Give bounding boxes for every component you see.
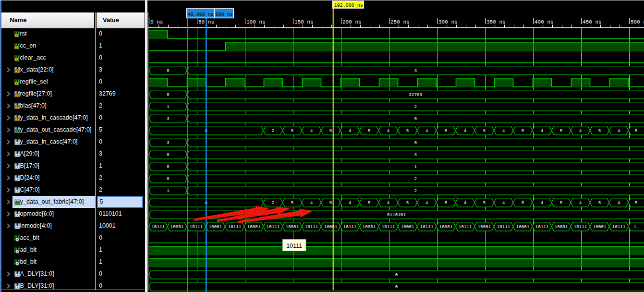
svg-text:10001: 10001 [555,224,568,230]
svg-text:5: 5 [522,200,524,206]
svg-text:5: 5 [483,200,486,206]
svg-text:100 ns: 100 ns [246,19,266,25]
svg-text:4: 4 [425,128,428,134]
svg-text:500 ns: 500 ns [631,19,644,25]
svg-text:3: 3 [414,152,417,158]
svg-text:0: 0 [395,272,398,278]
svg-text:5: 5 [560,200,563,206]
svg-text:4: 4 [387,200,390,206]
svg-text:2: 2 [272,128,275,134]
svg-text:10001: 10001 [324,224,338,230]
svg-text:192.000 ns: 192.000 ns [334,3,363,8]
svg-text:5: 5 [483,128,486,134]
svg-text:0: 0 [395,284,398,290]
svg-text:4: 4 [464,200,467,206]
svg-text:5: 5 [635,128,638,134]
svg-text:10111: 10111 [574,224,587,230]
svg-text:0110101: 0110101 [387,212,406,218]
svg-text:4: 4 [502,128,505,134]
svg-text:150 ns: 150 ns [294,19,314,25]
svg-text:0: 0 [167,176,170,182]
svg-text:10001: 10001 [209,224,222,230]
svg-text:5: 5 [522,128,524,134]
svg-text:4: 4 [387,128,390,134]
svg-text:10111: 10111 [343,224,357,230]
svg-text:10111: 10111 [190,224,203,230]
svg-text:250 ns: 250 ns [390,19,410,25]
svg-text:10111: 10111 [420,224,434,230]
svg-text:450 ns: 450 ns [583,19,602,25]
svg-text:5: 5 [406,200,409,206]
svg-text:4: 4 [541,128,544,134]
svg-text:10111: 10111 [267,224,280,230]
svg-text:4: 4 [310,200,313,206]
svg-text:1: 1 [167,104,170,110]
svg-text:10001: 10001 [363,224,376,230]
svg-text:10111: 10111 [286,243,302,249]
svg-text:4: 4 [618,128,620,134]
svg-text:4: 4 [618,200,620,206]
svg-text:10111: 10111 [151,224,165,230]
svg-text:1…: 1… [633,224,639,230]
svg-text:5: 5 [635,200,638,206]
svg-text:10001: 10001 [593,224,607,230]
svg-text:400 ns: 400 ns [535,19,554,25]
svg-text:0 ns: 0 ns [150,19,163,25]
svg-text:0: 0 [167,68,170,73]
svg-text:4: 4 [579,128,582,134]
svg-text:0: 0 [414,140,417,146]
svg-text:10001: 10001 [516,224,530,230]
svg-text:0: 0 [167,152,170,158]
svg-text:5: 5 [368,200,371,206]
svg-text:4: 4 [310,128,313,134]
svg-text:000 ns: 000 ns [216,12,233,17]
svg-text:5: 5 [368,128,371,134]
svg-text:2: 2 [414,188,417,194]
svg-text:40.000 ns: 40.000 ns [188,12,214,17]
svg-text:2: 2 [414,104,417,110]
svg-text:5: 5 [598,128,601,134]
svg-text:5: 5 [329,200,332,206]
svg-text:2: 2 [414,176,417,182]
svg-text:4: 4 [349,200,352,206]
svg-text:4: 4 [579,200,582,206]
svg-text:4: 4 [425,200,428,206]
svg-text:10001: 10001 [478,224,491,230]
svg-text:350 ns: 350 ns [486,19,506,25]
svg-text:0: 0 [167,164,170,170]
svg-text:10001: 10001 [247,224,261,230]
svg-text:5: 5 [329,128,332,134]
svg-text:3: 3 [167,116,170,122]
svg-text:3: 3 [414,68,417,73]
svg-text:5: 5 [598,200,601,206]
svg-text:10001: 10001 [170,224,184,230]
svg-text:5: 5 [445,200,448,206]
svg-text:10111: 10111 [459,224,472,230]
svg-text:10111: 10111 [228,224,242,230]
svg-text:10001: 10001 [439,224,453,230]
svg-text:5: 5 [406,128,409,134]
svg-text:10001: 10001 [401,224,414,230]
svg-text:10111: 10111 [305,224,318,230]
svg-text:300 ns: 300 ns [438,19,458,25]
svg-text:10001: 10001 [286,224,299,230]
svg-text:10111: 10111 [382,224,395,230]
svg-text:0: 0 [167,92,170,97]
svg-text:10111: 10111 [497,224,510,230]
svg-text:4: 4 [464,128,467,134]
svg-text:0: 0 [414,116,417,122]
svg-text:4: 4 [502,200,505,206]
svg-text:5: 5 [560,128,563,134]
svg-text:4: 4 [349,128,352,134]
svg-text:3: 3 [167,140,170,146]
svg-text:10111: 10111 [612,224,626,230]
svg-text:10111: 10111 [535,224,549,230]
svg-text:5: 5 [291,128,294,134]
svg-text:1: 1 [414,164,417,170]
svg-text:200 ns: 200 ns [342,19,362,25]
svg-text:32769: 32769 [409,92,422,97]
svg-text:4: 4 [541,200,544,206]
svg-text:1: 1 [167,188,170,194]
svg-text:5: 5 [291,200,294,206]
svg-text:2: 2 [272,200,275,206]
